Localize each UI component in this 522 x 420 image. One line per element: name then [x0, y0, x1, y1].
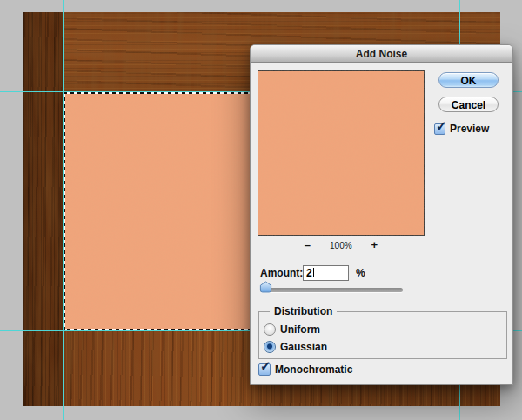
- preview-checkbox[interactable]: ✓: [434, 123, 445, 135]
- amount-input[interactable]: 2: [303, 265, 349, 281]
- cancel-button[interactable]: Cancel: [438, 97, 499, 112]
- text-caret: [313, 268, 314, 277]
- radio-uniform-label: Uniform: [280, 323, 320, 336]
- amount-slider-track[interactable]: [260, 288, 403, 292]
- preview-zoom-controls: – 100% +: [258, 240, 425, 250]
- dialog-titlebar[interactable]: Add Noise: [251, 45, 512, 63]
- amount-label: Amount:: [260, 265, 303, 281]
- radio-gaussian[interactable]: Gaussian: [264, 340, 327, 353]
- distribution-group: Distribution Uniform Gaussian: [258, 311, 507, 359]
- monochromatic-checkbox[interactable]: ✓: [258, 363, 271, 376]
- monochromatic-option[interactable]: ✓ Monochromatic: [258, 363, 352, 376]
- amount-value: 2: [306, 267, 312, 279]
- dialog-title: Add Noise: [356, 48, 407, 60]
- radio-gaussian-button[interactable]: [264, 341, 276, 353]
- photoshop-canvas-area: Add Noise – 100% + Amount: 2 %: [0, 0, 522, 420]
- ok-button[interactable]: OK: [438, 72, 499, 88]
- monochromatic-label: Monochromatic: [275, 363, 352, 376]
- radio-gaussian-label: Gaussian: [280, 341, 327, 353]
- guide-vertical-left: [63, 0, 64, 420]
- radio-uniform-button[interactable]: [264, 323, 276, 336]
- noise-preview-thumbnail[interactable]: [258, 70, 425, 236]
- wood-texture-left-plank: [23, 12, 64, 406]
- preview-noise-overlay: [258, 70, 425, 236]
- marching-ants-left: [64, 92, 65, 330]
- preview-option[interactable]: ✓ Preview: [434, 123, 489, 135]
- preview-label: Preview: [450, 123, 489, 135]
- amount-unit: %: [356, 265, 365, 281]
- checkmark-icon: ✓: [260, 358, 271, 374]
- amount-slider-handle[interactable]: [259, 281, 272, 293]
- preview-zoom-in-button[interactable]: +: [371, 240, 378, 250]
- radio-uniform[interactable]: Uniform: [264, 323, 320, 336]
- add-noise-dialog: Add Noise – 100% + Amount: 2 %: [250, 44, 513, 385]
- checkmark-icon: ✓: [436, 118, 447, 134]
- distribution-legend: Distribution: [270, 305, 337, 317]
- preview-zoom-level: 100%: [330, 241, 352, 250]
- preview-zoom-out-button[interactable]: –: [304, 240, 311, 250]
